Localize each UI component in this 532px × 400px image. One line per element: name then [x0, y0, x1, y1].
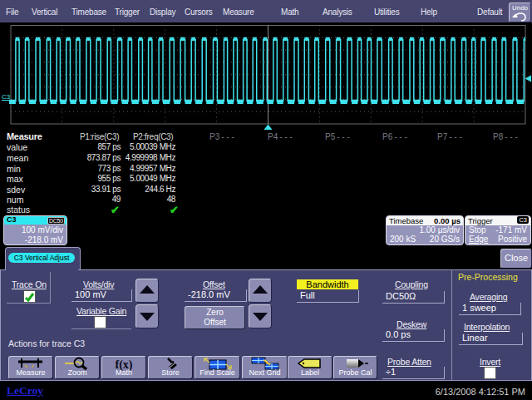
svg-text:C3: C3 — [2, 93, 11, 101]
